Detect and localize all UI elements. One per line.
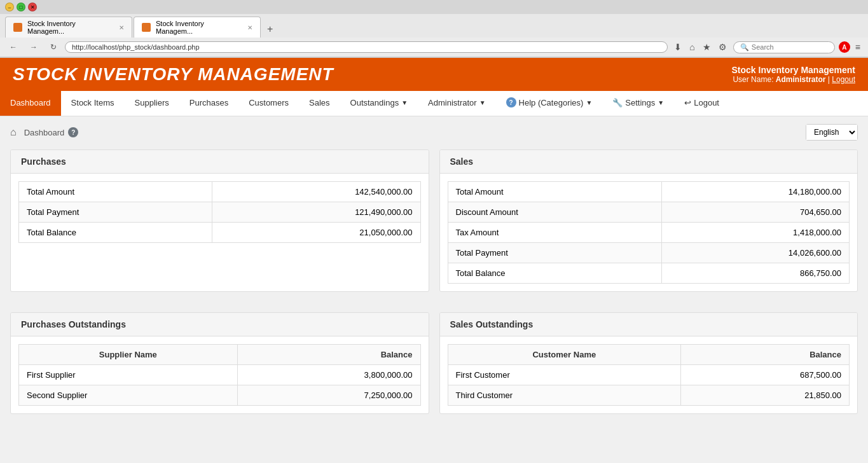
table-row: Discount Amount 704,650.00 (448, 202, 850, 223)
sales-row5-value: 866,750.00 (661, 263, 849, 284)
new-tab-button[interactable]: + (262, 21, 278, 38)
sales-row4-label: Total Payment (448, 243, 661, 263)
settings-icon: 🔧 (612, 98, 623, 107)
app-user-info: Stock Inventory Management User Name: Ad… (732, 65, 856, 84)
home-icon[interactable]: ⌂ (10, 127, 17, 138)
language-selector[interactable]: English Spanish French (806, 124, 858, 141)
purchases-row3-label: Total Balance (19, 223, 212, 243)
sales-row1-value: 14,180,000.00 (661, 182, 849, 202)
po-row2-name: Second Supplier (19, 385, 238, 406)
download-icon[interactable]: ⬇ (672, 41, 684, 53)
address-bar[interactable] (65, 41, 668, 53)
browser-titlebar: – □ ✕ (0, 0, 868, 14)
forward-button[interactable]: → (25, 40, 42, 54)
help-dropdown-arrow: ▼ (586, 99, 592, 106)
reload-button[interactable]: ↻ (46, 40, 61, 54)
user-label: User Name: (733, 75, 773, 84)
browser-tabs: Stock Inventory Managem... ✕ Stock Inven… (0, 14, 868, 38)
nav-outstandings[interactable]: Outstandings ▼ (340, 91, 418, 116)
nav-dashboard[interactable]: Dashboard (0, 91, 61, 116)
po-col2-header: Balance (237, 345, 420, 365)
sales-outstandings-table: Customer Name Balance First Customer 687… (448, 344, 850, 406)
sales-outstandings-header: Sales Outstandings (440, 313, 858, 336)
tab-favicon-2 (142, 23, 151, 32)
nav-settings[interactable]: 🔧 Settings ▼ (602, 91, 674, 116)
sales-outstandings-body: Customer Name Balance First Customer 687… (440, 336, 858, 413)
logout-link[interactable]: Logout (832, 75, 855, 84)
toolbar-icons: ⬇ ⌂ ★ ⚙ (672, 41, 729, 53)
table-row: First Supplier 3,800,000.00 (19, 365, 421, 385)
search-input[interactable] (752, 43, 828, 51)
user-line: User Name: Administrator | Logout (732, 75, 856, 84)
table-row: First Customer 687,500.00 (448, 365, 850, 385)
purchases-row1-label: Total Amount (19, 182, 212, 202)
tab-label-1: Stock Inventory Managem... (27, 20, 111, 35)
app-nav: Dashboard Stock Items Suppliers Purchase… (0, 91, 868, 116)
purchases-table: Total Amount 142,540,000.00 Total Paymen… (18, 181, 421, 243)
app-wrapper: STOCK INVENTORY MANAGEMENT Stock Invento… (0, 58, 868, 432)
so-row1-balance: 687,500.00 (681, 365, 850, 385)
extra-toolbar-icons: A ≡ (839, 41, 863, 53)
sales-row1-label: Total Amount (448, 182, 661, 202)
so-row2-name: Third Customer (448, 385, 681, 406)
nav-logout[interactable]: ↩ Logout (674, 91, 729, 116)
table-row: Third Customer 21,850.00 (448, 385, 850, 406)
logout-icon: ↩ (684, 98, 691, 107)
sales-row2-label: Discount Amount (448, 202, 661, 223)
nav-sales[interactable]: Sales (299, 91, 340, 116)
table-row: Total Amount 14,180,000.00 (448, 182, 850, 202)
table-row: Tax Amount 1,418,000.00 (448, 223, 850, 243)
tab-close-1[interactable]: ✕ (119, 24, 124, 31)
minimize-button[interactable]: – (5, 3, 14, 11)
nav-customers[interactable]: Customers (238, 91, 299, 116)
tab-close-2[interactable]: ✕ (247, 24, 252, 31)
menu-icon[interactable]: ≡ (853, 41, 863, 53)
adblock-icon[interactable]: A (839, 41, 850, 53)
table-row: Total Balance 866,750.00 (448, 263, 850, 284)
maximize-button[interactable]: □ (17, 3, 25, 11)
nav-stock-items[interactable]: Stock Items (61, 91, 125, 116)
po-row1-name: First Supplier (19, 365, 238, 385)
sales-outstandings-card: Sales Outstandings Customer Name Balance… (439, 312, 858, 414)
table-row: Second Supplier 7,250,000.00 (19, 385, 421, 406)
bookmark-icon[interactable]: ★ (700, 41, 713, 53)
browser-toolbar: ← → ↻ ⬇ ⌂ ★ ⚙ 🔍 A ≡ (0, 38, 868, 57)
purchases-outstandings-table: Supplier Name Balance First Supplier 3,8… (18, 344, 421, 406)
close-button[interactable]: ✕ (28, 3, 37, 11)
nav-administrator[interactable]: Administrator ▼ (418, 91, 495, 116)
breadcrumb-page: Dashboard (24, 128, 65, 137)
nav-help[interactable]: ? Help (Categories) ▼ (496, 91, 603, 116)
po-row1-balance: 3,800,000.00 (237, 365, 420, 385)
app-header: STOCK INVENTORY MANAGEMENT Stock Invento… (0, 58, 868, 91)
browser-tab-2[interactable]: Stock Inventory Managem... ✕ (134, 17, 261, 38)
user-name: Administrator (776, 75, 826, 84)
so-row1-name: First Customer (448, 365, 681, 385)
nav-purchases[interactable]: Purchases (179, 91, 238, 116)
breadcrumb-help-icon[interactable]: ? (68, 127, 78, 137)
back-button[interactable]: ← (5, 40, 22, 54)
sales-card: Sales Total Amount 14,180,000.00 Discoun… (439, 149, 858, 292)
purchases-card: Purchases Total Amount 142,540,000.00 To… (10, 149, 429, 292)
home-browser-icon[interactable]: ⌂ (687, 41, 697, 53)
address-input[interactable] (72, 43, 661, 51)
po-row2-balance: 7,250,000.00 (237, 385, 420, 406)
content-area: ⌂ Dashboard ? English Spanish French Pur… (0, 116, 868, 432)
breadcrumb-bar: ⌂ Dashboard ? English Spanish French (10, 124, 858, 141)
browser-tab-1[interactable]: Stock Inventory Managem... ✕ (5, 17, 132, 38)
sales-table: Total Amount 14,180,000.00 Discount Amou… (448, 181, 850, 284)
purchases-row1-value: 142,540,000.00 (212, 182, 420, 202)
table-row: Total Payment 121,490,000.00 (19, 202, 421, 223)
table-row: Total Balance 21,050,000.00 (19, 223, 421, 243)
sales-row4-value: 14,026,600.00 (661, 243, 849, 263)
language-select-input[interactable]: English Spanish French (806, 125, 857, 140)
sales-row5-label: Total Balance (448, 263, 661, 284)
table-header-row: Supplier Name Balance (19, 345, 421, 365)
tab-label-2: Stock Inventory Managem... (156, 20, 240, 35)
nav-suppliers[interactable]: Suppliers (125, 91, 179, 116)
so-col1-header: Customer Name (448, 345, 681, 365)
settings-browser-icon[interactable]: ⚙ (716, 41, 729, 53)
dashboard-grid: Purchases Total Amount 142,540,000.00 To… (10, 149, 858, 424)
po-col1-header: Supplier Name (19, 345, 238, 365)
search-bar[interactable]: 🔍 (733, 41, 835, 53)
purchases-section-header: Purchases (11, 150, 429, 174)
